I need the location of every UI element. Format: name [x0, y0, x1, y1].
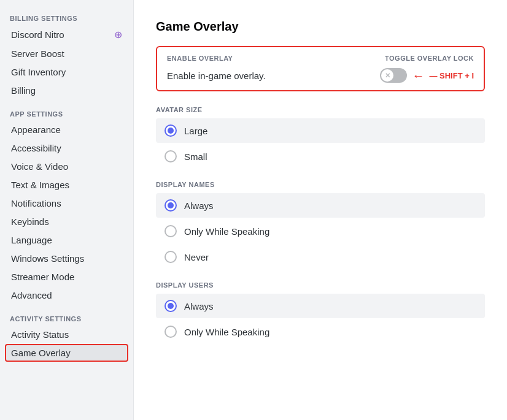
sidebar-item-game-overlay[interactable]: Game Overlay — [5, 344, 128, 362]
overlay-content: Enable in-game overlay. ✕ ← — SHIFT + I — [167, 68, 474, 83]
overlay-header: ENABLE OVERLAY TOGGLE OVERLAY LOCK — [167, 55, 474, 62]
sidebar-item-keybinds[interactable]: Keybinds — [5, 213, 128, 231]
discord-nitro-label: Discord Nitro — [11, 29, 64, 40]
sidebar-item-billing[interactable]: Billing — [5, 82, 128, 99]
radio-option-always-names[interactable]: Always — [156, 193, 485, 218]
radio-label-speaking-names: Only While Speaking — [184, 226, 269, 237]
overlay-box: ENABLE OVERLAY TOGGLE OVERLAY LOCK Enabl… — [156, 46, 485, 91]
sidebar-item-streamer-mode[interactable]: Streamer Mode — [5, 268, 128, 286]
sidebar-item-discord-nitro[interactable]: Discord Nitro ⊕ — [5, 25, 128, 44]
voice-video-label: Voice & Video — [11, 161, 68, 172]
radio-option-speaking-users[interactable]: Only While Speaking — [156, 319, 485, 344]
sidebar-item-gift-inventory[interactable]: Gift Inventory — [5, 63, 128, 81]
toggle-knob: ✕ — [381, 69, 393, 82]
radio-option-speaking-names[interactable]: Only While Speaking — [156, 219, 485, 243]
gift-inventory-label: Gift Inventory — [11, 67, 66, 77]
sidebar-item-voice-video[interactable]: Voice & Video — [5, 158, 128, 175]
nitro-icon: ⊕ — [114, 29, 122, 40]
radio-label-small: Small — [184, 151, 207, 162]
display-names-section-label: DISPLAY NAMES — [156, 181, 485, 188]
notifications-label: Notifications — [11, 198, 61, 208]
accessibility-label: Accessibility — [11, 143, 61, 153]
avatar-size-section-label: AVATAR SIZE — [156, 106, 485, 113]
toggle-x-icon: ✕ — [385, 72, 390, 80]
app-section-label: APP SETTINGS — [5, 105, 128, 120]
radio-option-large[interactable]: Large — [156, 118, 485, 143]
language-label: Language — [11, 235, 52, 245]
radio-circle-speaking-names — [164, 225, 177, 237]
sidebar-item-server-boost[interactable]: Server Boost — [5, 45, 128, 63]
sidebar-item-text-images[interactable]: Text & Images — [5, 176, 128, 194]
sidebar-item-language[interactable]: Language — [5, 231, 128, 249]
display-users-section-label: DISPLAY USERS — [156, 281, 485, 289]
sidebar-item-activity-status[interactable]: Activity Status — [5, 326, 128, 343]
billing-section-label: BILLING SETTINGS — [5, 10, 128, 25]
radio-circle-always-names — [164, 199, 177, 212]
billing-label: Billing — [11, 85, 36, 96]
game-overlay-label: Game Overlay — [11, 348, 71, 358]
radio-label-always-names: Always — [184, 200, 214, 211]
activity-section-label: ACTIVITY SETTINGS — [5, 310, 128, 325]
sidebar-item-advanced[interactable]: Advanced — [5, 286, 128, 304]
sidebar-item-accessibility[interactable]: Accessibility — [5, 139, 128, 157]
annotation-arrow: ← — [412, 69, 424, 83]
radio-label-large: Large — [184, 126, 207, 136]
activity-status-label: Activity Status — [11, 329, 69, 340]
advanced-label: Advanced — [11, 290, 52, 300]
streamer-mode-label: Streamer Mode — [11, 272, 74, 282]
radio-option-never-names[interactable]: Never — [156, 245, 485, 269]
enable-overlay-toggle[interactable]: ✕ — [380, 68, 407, 83]
annotation-text: — SHIFT + I — [429, 71, 474, 80]
sidebar-item-notifications[interactable]: Notifications — [5, 194, 128, 212]
radio-circle-always-users — [164, 300, 177, 312]
appearance-label: Appearance — [11, 124, 61, 135]
main-content: Game Overlay ENABLE OVERLAY TOGGLE OVERL… — [134, 0, 507, 420]
sidebar: BILLING SETTINGS Discord Nitro ⊕ Server … — [0, 0, 134, 420]
enable-overlay-label: ENABLE OVERLAY — [167, 55, 233, 62]
overlay-right: ✕ ← — SHIFT + I — [380, 68, 474, 83]
sidebar-item-windows-settings[interactable]: Windows Settings — [5, 250, 128, 267]
text-images-label: Text & Images — [11, 180, 69, 190]
overlay-description: Enable in-game overlay. — [167, 71, 266, 81]
sidebar-item-appearance[interactable]: Appearance — [5, 121, 128, 139]
radio-circle-speaking-users — [164, 326, 177, 338]
radio-circle-large — [164, 124, 177, 137]
toggle-overlay-lock-label: TOGGLE OVERLAY LOCK — [385, 55, 474, 62]
radio-option-always-users[interactable]: Always — [156, 294, 485, 318]
radio-label-never-names: Never — [184, 252, 209, 262]
radio-circle-never-names — [164, 251, 177, 263]
server-boost-label: Server Boost — [11, 48, 64, 59]
radio-circle-small — [164, 150, 177, 162]
windows-settings-label: Windows Settings — [11, 253, 84, 264]
radio-option-small[interactable]: Small — [156, 144, 485, 169]
keybinds-label: Keybinds — [11, 216, 49, 227]
radio-label-always-users: Always — [184, 301, 214, 311]
radio-label-speaking-users: Only While Speaking — [184, 327, 269, 337]
page-title: Game Overlay — [156, 20, 485, 34]
